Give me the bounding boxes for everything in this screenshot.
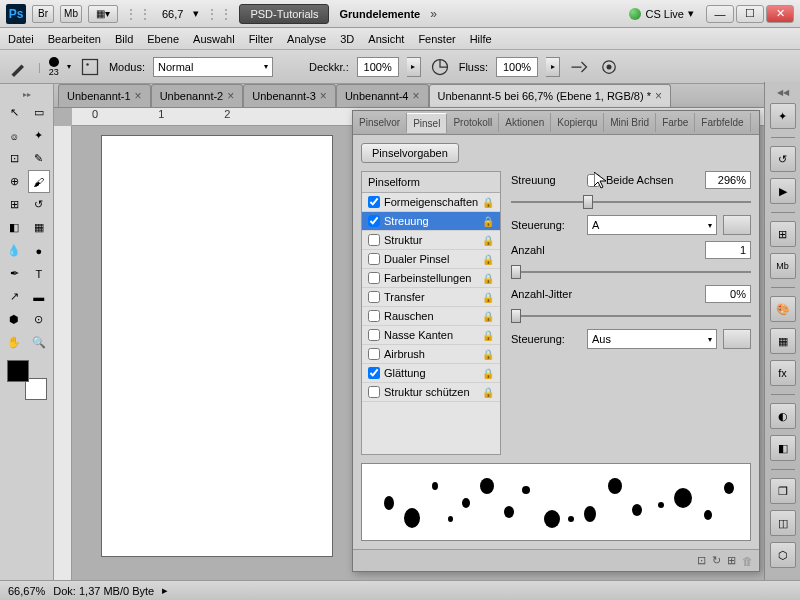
brush-panel-toggle[interactable]: [79, 56, 101, 78]
move-tool[interactable]: ↖: [3, 101, 26, 124]
anzahl-jitter-slider[interactable]: [511, 309, 751, 323]
fluss-arrow[interactable]: ▸: [546, 57, 560, 77]
chevron-right-icon[interactable]: »: [430, 7, 437, 21]
airbrush-icon[interactable]: [568, 56, 590, 78]
status-doc-info[interactable]: Dok: 1,37 MB/0 Byte: [53, 585, 154, 597]
lock-icon[interactable]: 🔒: [482, 330, 494, 341]
menu-bild[interactable]: Bild: [115, 33, 133, 45]
close-icon[interactable]: ×: [412, 89, 419, 103]
list-item-7[interactable]: Nasse Kanten🔒: [362, 326, 500, 345]
pressure-opacity-icon[interactable]: [429, 56, 451, 78]
status-zoom[interactable]: 66,67%: [8, 585, 45, 597]
status-arrow-icon[interactable]: ▸: [162, 584, 168, 597]
minimize-button[interactable]: —: [706, 5, 734, 23]
eyedropper-tool[interactable]: ✎: [28, 147, 51, 170]
list-checkbox[interactable]: [368, 367, 380, 379]
list-item-2[interactable]: Struktur🔒: [362, 231, 500, 250]
steuerung2-select[interactable]: Aus▾: [587, 329, 717, 349]
doctab-4[interactable]: Unbenannt-4×: [336, 84, 429, 107]
anzahl-jitter-value[interactable]: 0%: [705, 285, 751, 303]
history-brush-tool[interactable]: ↺: [28, 193, 51, 216]
3d-tool[interactable]: ⬢: [3, 308, 26, 331]
list-checkbox[interactable]: [368, 272, 380, 284]
lock-icon[interactable]: 🔒: [482, 368, 494, 379]
new-preset-icon[interactable]: ⊞: [727, 554, 736, 567]
tab-scroll-icon[interactable]: ◀▶ ☰: [751, 113, 759, 133]
collapse-icon[interactable]: ◀◀: [777, 88, 789, 97]
tab-pinselvor[interactable]: Pinselvor: [353, 113, 407, 132]
close-icon[interactable]: ×: [320, 89, 327, 103]
menu-hilfe[interactable]: Hilfe: [470, 33, 492, 45]
psd-tutorials-link[interactable]: PSD-Tutorials: [239, 4, 329, 24]
menu-filter[interactable]: Filter: [249, 33, 273, 45]
footer-icon-1[interactable]: ⊡: [697, 554, 706, 567]
trash-icon[interactable]: 🗑: [742, 555, 753, 567]
type-tool[interactable]: T: [28, 262, 51, 285]
brush-tool-icon[interactable]: [8, 56, 30, 78]
shape-tool[interactable]: ▬: [28, 285, 51, 308]
anzahl-value[interactable]: 1: [705, 241, 751, 259]
list-checkbox[interactable]: [368, 348, 380, 360]
list-checkbox[interactable]: [368, 386, 380, 398]
tab-aktionen[interactable]: Aktionen: [499, 113, 551, 132]
fluss-input[interactable]: 100%: [496, 57, 538, 77]
dock-btn-paths[interactable]: ⬡: [770, 542, 796, 568]
list-item-0[interactable]: Formeigenschaften🔒: [362, 193, 500, 212]
hand-tool[interactable]: ✋: [3, 331, 26, 354]
list-checkbox[interactable]: [368, 234, 380, 246]
streuung-slider[interactable]: [511, 195, 751, 209]
lock-icon[interactable]: 🔒: [482, 197, 494, 208]
dock-btn-color[interactable]: 🎨: [770, 296, 796, 322]
footer-icon-2[interactable]: ↻: [712, 554, 721, 567]
tab-pinsel[interactable]: Pinsel: [407, 113, 447, 133]
menu-datei[interactable]: Datei: [8, 33, 34, 45]
list-item-10[interactable]: Struktur schützen🔒: [362, 383, 500, 402]
list-header[interactable]: Pinselform: [362, 172, 500, 193]
close-icon[interactable]: ×: [135, 89, 142, 103]
list-item-5[interactable]: Transfer🔒: [362, 288, 500, 307]
tab-farbfelde[interactable]: Farbfelde: [695, 113, 750, 132]
dock-btn-styles[interactable]: fx: [770, 360, 796, 386]
zoom-dropdown-icon[interactable]: ▾: [193, 7, 199, 20]
tab-protokoll[interactable]: Protokoll: [447, 113, 499, 132]
dock-btn-adjust[interactable]: ◐: [770, 403, 796, 429]
maximize-button[interactable]: ☐: [736, 5, 764, 23]
pen-tool[interactable]: ✒: [3, 262, 26, 285]
list-checkbox[interactable]: [368, 310, 380, 322]
list-checkbox[interactable]: [368, 253, 380, 265]
cslive-button[interactable]: CS Live▾: [629, 7, 694, 20]
tab-minibrid[interactable]: Mini Brid: [604, 113, 656, 132]
list-item-9[interactable]: Glättung🔒: [362, 364, 500, 383]
lock-icon[interactable]: 🔒: [482, 311, 494, 322]
list-item-1[interactable]: Streuung🔒: [362, 212, 500, 231]
color-swatch[interactable]: [7, 360, 47, 400]
lock-icon[interactable]: 🔒: [482, 254, 494, 265]
list-checkbox[interactable]: [368, 329, 380, 341]
zoom-value[interactable]: 66,7: [158, 8, 187, 20]
lock-icon[interactable]: 🔒: [482, 273, 494, 284]
steuerung1-btn[interactable]: [723, 215, 751, 235]
streuung-value[interactable]: 296%: [705, 171, 751, 189]
view-button[interactable]: ▦▾: [88, 5, 118, 23]
steuerung2-btn[interactable]: [723, 329, 751, 349]
dock-btn-channels[interactable]: ◫: [770, 510, 796, 536]
dodge-tool[interactable]: ●: [28, 239, 51, 262]
brush-tool[interactable]: 🖌: [28, 170, 51, 193]
lock-icon[interactable]: 🔒: [482, 349, 494, 360]
canvas[interactable]: [102, 136, 332, 556]
dock-btn-swatches[interactable]: ▦: [770, 328, 796, 354]
tab-farbe[interactable]: Farbe: [656, 113, 695, 132]
menu-ansicht[interactable]: Ansicht: [368, 33, 404, 45]
steuerung1-select[interactable]: A▾: [587, 215, 717, 235]
lock-icon[interactable]: 🔒: [482, 235, 494, 246]
camera-tool[interactable]: ⊙: [28, 308, 51, 331]
path-tool[interactable]: ↗: [3, 285, 26, 308]
heal-tool[interactable]: ⊕: [3, 170, 26, 193]
deckkr-arrow[interactable]: ▸: [407, 57, 421, 77]
close-button[interactable]: ✕: [766, 5, 794, 23]
list-item-4[interactable]: Farbeinstellungen🔒: [362, 269, 500, 288]
menu-fenster[interactable]: Fenster: [418, 33, 455, 45]
menu-analyse[interactable]: Analyse: [287, 33, 326, 45]
menu-ebene[interactable]: Ebene: [147, 33, 179, 45]
dock-btn-clone[interactable]: ⊞: [770, 221, 796, 247]
